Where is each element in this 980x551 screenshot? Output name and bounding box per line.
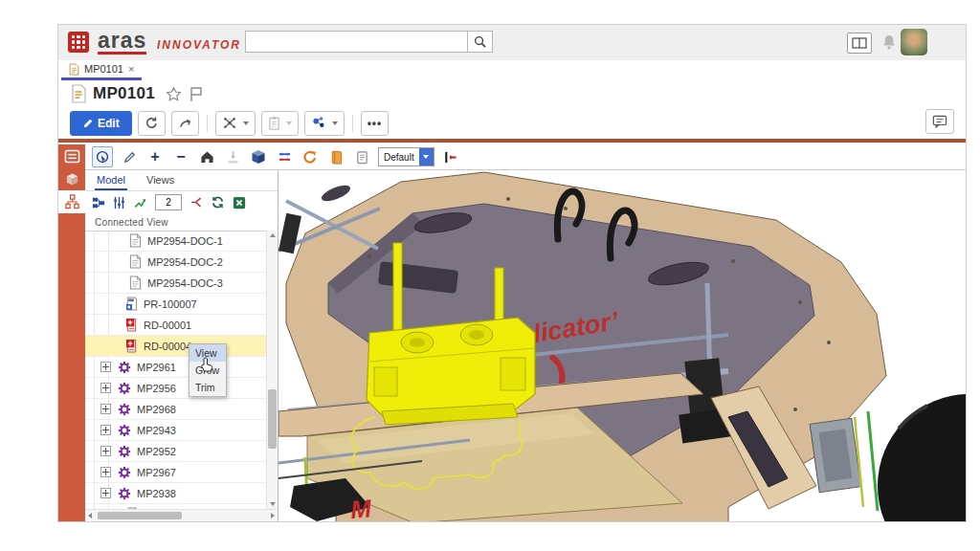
expand-plus-icon[interactable] — [100, 425, 111, 435]
expand-plus-icon[interactable] — [100, 404, 111, 414]
reload-tree-icon[interactable] — [211, 195, 225, 209]
notes-button[interactable] — [352, 147, 371, 166]
side-panel-toggle-button[interactable] — [847, 33, 872, 54]
book-icon — [329, 150, 343, 165]
relationships-button[interactable] — [304, 111, 345, 136]
explode-tool-button[interactable] — [275, 147, 294, 166]
impact-analysis-button[interactable] — [215, 111, 256, 136]
tree-row-mp2954-doc-3[interactable]: MP2954-DOC-3 — [85, 273, 266, 294]
expand-plus-icon[interactable] — [100, 488, 111, 498]
expand-plus-icon[interactable] — [100, 383, 111, 393]
scrollbar-thumb[interactable] — [98, 512, 182, 519]
tree-row-mp2961[interactable]: MP2961 — [85, 357, 266, 378]
favorite-star-icon[interactable] — [166, 86, 182, 106]
comment-bubble-icon — [932, 115, 947, 128]
split-branch-icon[interactable] — [189, 196, 203, 209]
home-icon — [200, 150, 214, 164]
printer-3d-model: licator’ — [278, 170, 966, 521]
tab-model[interactable]: Model — [95, 172, 127, 190]
chevron-down-icon — [332, 121, 338, 125]
edit-button[interactable]: Edit — [70, 111, 132, 136]
context-menu-item-trim[interactable]: Trim — [189, 379, 226, 396]
comments-button[interactable] — [925, 109, 954, 134]
panel-tabs: Model Views — [85, 170, 278, 191]
brand-innovator: INNOVATOR — [157, 38, 241, 52]
multilevel-icon[interactable] — [92, 196, 105, 209]
part-gear-icon — [118, 361, 131, 374]
screen: aras INNOVATOR MP0101 × MP0101 — [0, 0, 980, 551]
expand-plus-icon[interactable] — [100, 362, 111, 372]
context-menu-item-grow[interactable]: Grow — [189, 362, 226, 379]
promote-button[interactable] — [171, 111, 199, 136]
scroll-left-icon[interactable] — [88, 513, 92, 518]
refresh-button[interactable] — [138, 111, 166, 136]
section-divider — [58, 139, 966, 143]
markup-tool-button[interactable] — [120, 147, 139, 166]
viewer-3d-viewport[interactable]: licator’ — [278, 170, 966, 521]
tree-row-rd-00001[interactable]: RD-00001 — [85, 315, 266, 336]
search-input[interactable] — [245, 31, 468, 53]
rotate-arrow-icon — [302, 149, 318, 165]
structure-view-button-active[interactable] — [58, 190, 85, 213]
zoom-in-button[interactable]: + — [145, 147, 165, 166]
tree-vertical-scrollbar[interactable] — [266, 231, 278, 509]
exit-viewer-button[interactable] — [441, 147, 460, 166]
home-view-button[interactable] — [197, 147, 216, 166]
tab-mp0101[interactable]: MP0101 × — [61, 60, 142, 80]
part-gear-icon — [118, 382, 131, 395]
view-preset-dropdown[interactable]: Default — [378, 147, 434, 166]
depth-input[interactable] — [155, 194, 182, 210]
parts-view-button[interactable] — [58, 167, 85, 190]
tab-bar: MP0101 × — [58, 60, 966, 80]
model-browser-button[interactable] — [326, 147, 345, 166]
scrollbar-thumb[interactable] — [268, 389, 277, 449]
tree-horizontal-scrollbar[interactable] — [85, 509, 278, 521]
process-report-icon — [125, 297, 138, 311]
part-gear-icon — [118, 487, 131, 500]
export-excel-icon[interactable] — [233, 196, 246, 209]
structure-tree-panel: Model Views Connected View MP2954-DOC-1 — [85, 170, 278, 521]
aras-grid-logo-icon[interactable] — [68, 32, 89, 53]
tree-row-mp2968[interactable]: MP2968 — [85, 399, 266, 420]
electronics-board — [810, 411, 878, 511]
scroll-right-icon[interactable] — [271, 513, 275, 518]
notifications-button[interactable] — [881, 33, 897, 55]
tree-row-mp2943[interactable]: MP2943 — [85, 420, 266, 441]
user-avatar[interactable] — [901, 29, 927, 55]
expand-levels-icon[interactable] — [133, 196, 147, 209]
zoom-out-button[interactable]: − — [171, 147, 190, 166]
scroll-down-icon[interactable] — [270, 502, 276, 506]
tree-toolbar — [85, 190, 278, 215]
select-tool-button-active[interactable] — [92, 146, 113, 167]
tab-views[interactable]: Views — [145, 172, 176, 188]
section-tool-button-disabled[interactable] — [223, 147, 242, 166]
tree-row-mp2938[interactable]: MP2938 — [85, 483, 266, 504]
tree-row-mp2952[interactable]: MP2952 — [85, 441, 266, 462]
paste-button-disabled[interactable] — [261, 111, 299, 136]
context-menu-item-view[interactable]: View — [189, 344, 226, 362]
filter-sliders-icon[interactable] — [113, 196, 125, 209]
rotate-tool-button[interactable] — [301, 147, 320, 166]
tree-row-rd-00004-selected[interactable]: RD-00004 — [85, 336, 266, 357]
context-menu: View Grow Trim — [189, 343, 227, 397]
expand-plus-icon[interactable] — [100, 446, 111, 456]
cube-icon — [65, 172, 79, 187]
flag-icon[interactable] — [189, 86, 203, 106]
more-actions-button[interactable]: ••• — [361, 111, 390, 136]
tree-row-pr-100007[interactable]: PR-100007 — [85, 294, 266, 315]
form-view-button[interactable] — [58, 144, 85, 167]
search-button[interactable] — [467, 31, 493, 53]
tree-row-mp2956[interactable]: MP2956 — [85, 378, 266, 399]
scroll-up-icon[interactable] — [270, 233, 276, 237]
makerbot-logo-text: M — [349, 494, 374, 521]
tree-row-mp2954-doc-2[interactable]: MP2954-DOC-2 — [85, 252, 266, 273]
expand-plus-icon[interactable] — [100, 467, 111, 477]
tree-rows: MP2954-DOC-1 MP2954-DOC-2 MP2954-DOC-3 P… — [85, 231, 266, 509]
tree-row-mp2954-doc-1[interactable]: MP2954-DOC-1 — [85, 231, 266, 252]
bell-icon — [881, 33, 897, 51]
shaded-view-button[interactable] — [249, 147, 268, 166]
action-toolbar: Edit ••• — [58, 109, 966, 137]
item-title-row: MP0101 — [58, 82, 966, 109]
tab-close-icon[interactable]: × — [128, 63, 134, 75]
tree-row-mp2967[interactable]: MP2967 — [85, 462, 266, 483]
